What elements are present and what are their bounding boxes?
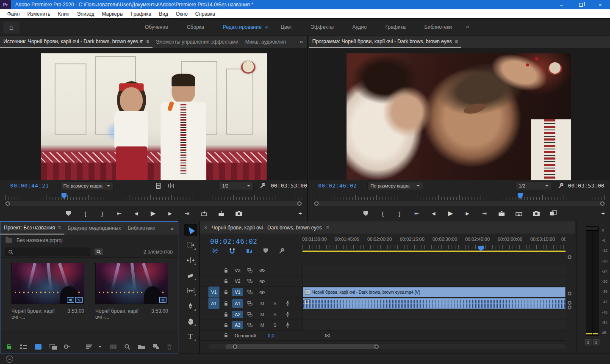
track-a2-lane[interactable] [302, 309, 566, 320]
track-a1-lane[interactable]: fx [302, 298, 566, 309]
track-name-targeted[interactable]: A3 [232, 321, 243, 329]
workspace-tab-libraries[interactable]: Библиотеки [415, 24, 461, 30]
minimize-button[interactable]: – [552, 0, 571, 9]
master-volume-value[interactable]: 0,0 [258, 333, 284, 338]
lock-icon[interactable] [219, 279, 232, 284]
slider-knob[interactable] [64, 345, 68, 349]
track-name[interactable]: V3 [232, 267, 243, 275]
menu-file[interactable]: Файл [3, 9, 24, 19]
settings-film-icon[interactable] [156, 183, 161, 189]
wrench-icon[interactable] [260, 183, 266, 189]
project-writable-lock-icon[interactable] [6, 344, 12, 350]
panel-menu-icon[interactable]: ≡ [455, 39, 458, 44]
menu-sequence[interactable]: Эпизод [73, 9, 98, 19]
solo-right-button[interactable]: S [593, 339, 599, 345]
audio-meter-bars[interactable] [586, 231, 599, 336]
wrench-icon[interactable] [558, 183, 564, 189]
linked-selection-icon[interactable] [246, 248, 252, 254]
workspace-tab-learning[interactable]: Обучение [136, 24, 177, 30]
track-name-targeted[interactable]: V1 [232, 288, 243, 296]
sequence-thumbnail[interactable]: ▥ [95, 263, 168, 304]
workspace-tab-assembly[interactable]: Сборка [177, 24, 214, 30]
track-v2-lane[interactable] [302, 276, 566, 286]
lock-icon[interactable] [219, 323, 232, 328]
export-frame-button[interactable] [236, 211, 242, 216]
source-mini-ruler[interactable] [5, 192, 302, 200]
mute-button[interactable]: M [256, 312, 269, 317]
mark-out-button[interactable]: } [99, 210, 106, 217]
sync-lock-icon[interactable] [243, 268, 256, 273]
sort-icons-button[interactable] [86, 345, 92, 349]
timeline-settings-wrench-icon[interactable] [279, 248, 285, 254]
tab-source[interactable]: Источник: Чорнії брови, карії очі - Dark… [0, 36, 152, 48]
type-tool[interactable]: T [184, 331, 197, 342]
button-editor-button[interactable]: + [601, 210, 605, 217]
sync-lock-icon[interactable] [243, 301, 256, 306]
source-video-frame[interactable] [41, 53, 267, 180]
pen-tool[interactable] [184, 300, 197, 312]
scrollbar-right-handle[interactable] [297, 201, 302, 206]
step-back-button[interactable]: ◀ [430, 211, 437, 216]
lock-icon[interactable] [219, 268, 232, 273]
mark-in-button[interactable]: { [380, 210, 386, 217]
lock-icon[interactable] [219, 301, 232, 306]
insert-button[interactable] [201, 211, 208, 216]
scroll-dot[interactable] [568, 306, 571, 309]
workspace-tab-audio[interactable]: Аудио [343, 24, 376, 30]
scrollbar-right-handle[interactable] [374, 345, 379, 349]
find-button[interactable] [125, 344, 130, 350]
track-name[interactable]: V2 [232, 277, 243, 285]
lock-icon[interactable] [219, 333, 232, 338]
video-clip[interactable]: fx Чорнії брови, карії очі - Dark brows,… [303, 287, 566, 297]
panel-menu-icon[interactable]: ≡ [326, 225, 329, 231]
home-button[interactable]: ⌂ [3, 22, 19, 33]
track-v1-lane[interactable]: fx Чорнії брови, карії очі - Dark brows,… [302, 287, 566, 298]
scrollbar-right-handle[interactable] [600, 201, 604, 206]
icon-view-button[interactable] [35, 344, 42, 350]
source-zoom-select[interactable]: По размеру кадра [60, 182, 114, 190]
scroll-dot[interactable] [568, 292, 571, 295]
program-zoom-select[interactable]: По размеру кадра [367, 182, 423, 190]
play-button[interactable]: ▶ [150, 210, 157, 217]
go-to-in-button[interactable]: ⇤ [116, 210, 123, 217]
close-sequence-icon[interactable]: × [204, 224, 208, 231]
tab-effect-controls[interactable]: Элементы управления эффектами [152, 36, 242, 48]
timeline-horizontal-scrollbar[interactable] [208, 344, 566, 349]
extract-button[interactable] [516, 211, 523, 216]
go-to-out-button[interactable]: ⇥ [481, 210, 488, 217]
mute-button[interactable]: M [256, 301, 269, 306]
slip-tool[interactable] [184, 285, 197, 297]
panel-overflow-chevron[interactable]: » [296, 39, 307, 45]
menu-clip[interactable]: Клип [54, 9, 73, 19]
program-resolution-select[interactable]: 1/2 [516, 182, 552, 190]
panel-menu-icon[interactable]: ≡ [58, 225, 61, 231]
mic-icon[interactable] [281, 312, 294, 317]
button-editor-button[interactable]: + [298, 210, 302, 217]
tab-program[interactable]: Программа: Чорнії брови, карії очі - Dar… [309, 36, 461, 48]
overwrite-button[interactable] [218, 211, 225, 216]
source-resolution-select[interactable]: 1/2 [219, 182, 254, 190]
menu-graphics[interactable]: Графика [127, 9, 155, 19]
menu-markers[interactable]: Маркеры [98, 9, 127, 19]
creative-cloud-sync-icon[interactable]: ∞ [6, 356, 13, 363]
comparison-view-button[interactable] [550, 210, 557, 216]
project-item-clip[interactable]: ▦ ∿ Чорнії брови, карії очі -... 3:53:00 [11, 263, 84, 320]
sync-lock-icon[interactable] [243, 290, 256, 294]
mute-button[interactable]: M [256, 323, 269, 328]
razor-tool[interactable] [184, 270, 197, 281]
export-frame-button[interactable] [533, 211, 540, 216]
panel-menu-icon[interactable]: ≡ [146, 39, 149, 44]
source-playhead[interactable] [61, 193, 67, 199]
toggle-track-output-eye-icon[interactable] [256, 290, 269, 294]
list-view-button[interactable] [20, 344, 27, 350]
add-marker-button[interactable] [363, 211, 369, 216]
go-to-out-button[interactable]: ⇥ [184, 210, 191, 217]
track-v3-lane[interactable] [302, 265, 566, 276]
workspace-tab-color[interactable]: Цвет [271, 24, 301, 30]
audio-waveform-icon[interactable] [168, 183, 175, 188]
workspace-tab-editing[interactable]: Редактирование [214, 24, 271, 30]
solo-button[interactable]: S [269, 323, 281, 328]
toggle-track-output-eye-icon[interactable] [256, 269, 269, 273]
timeline-ruler[interactable]: 00:01:30:00 00:01:45:00 00:02:00:00 00:0… [302, 237, 566, 252]
hand-tool[interactable] [184, 315, 197, 327]
